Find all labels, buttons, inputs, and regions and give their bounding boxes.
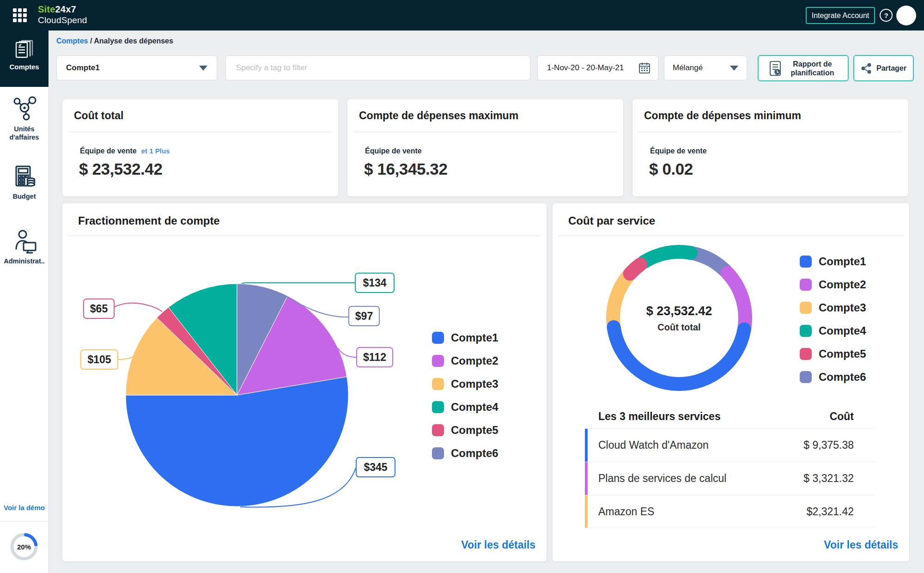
legend-swatch	[432, 424, 444, 436]
stat-label: Équipe de venteet 1 Plus	[80, 147, 170, 155]
legend-item-compte5[interactable]: Compte5	[432, 424, 498, 436]
tag-filter-input[interactable]	[226, 56, 530, 80]
pie-details-link[interactable]: Voir les détails	[461, 539, 535, 551]
share-label: Partager	[876, 64, 906, 73]
sidebar-item-unites-affaires[interactable]: Unités d'affaires	[0, 95, 49, 141]
service-row[interactable]: Cloud Watch d'Amazon$ 9,375.38	[585, 428, 875, 462]
pie-slice-compte1[interactable]	[126, 377, 348, 506]
administration-icon	[11, 228, 38, 254]
stat-title: Compte de dépenses minimum	[644, 110, 801, 122]
date-range-picker[interactable]: 1-Nov-20 - 20-May-21	[537, 55, 658, 80]
progress-percent: 20%	[10, 532, 38, 561]
legend-swatch	[800, 325, 812, 337]
divider	[638, 132, 903, 132]
legend-swatch	[432, 401, 444, 413]
stat-team: Équipe de vente	[365, 147, 422, 155]
legend-item-compte3[interactable]: Compte3	[800, 302, 866, 314]
setup-progress-ring[interactable]: 20%	[10, 532, 38, 561]
pie-callout-line	[240, 283, 355, 285]
service-row[interactable]: Plans de services de calcul$ 3,321.32	[585, 462, 875, 495]
legend-item-compte6[interactable]: Compte6	[432, 447, 498, 459]
donut-segment-compte1[interactable]	[614, 327, 744, 384]
donut-details-link[interactable]: Voir les détails	[824, 539, 898, 551]
legend-item-compte4[interactable]: Compte4	[800, 325, 866, 337]
legend-item-compte4[interactable]: Compte4	[432, 401, 498, 413]
service-cost: $ 9,375.38	[803, 439, 854, 451]
donut-segment-compte5[interactable]	[630, 264, 640, 274]
donut-segment-compte4[interactable]	[644, 252, 691, 262]
legend-swatch	[432, 378, 444, 390]
legend-label: Compte4	[819, 324, 866, 337]
service-row[interactable]: Amazon ES$2,321.42	[585, 495, 875, 528]
divider	[68, 132, 333, 132]
legend-label: Compte4	[451, 401, 498, 414]
pie-value-label-compte1: $345	[356, 457, 395, 477]
calendar-icon	[638, 62, 650, 74]
legend-swatch	[800, 371, 812, 383]
legend-label: Compte6	[451, 447, 498, 460]
stat-value: $ 16,345.32	[364, 160, 448, 178]
brand-24x7: 24x7	[55, 4, 76, 14]
top-services-table: Les 3 meilleurs services Coût Cloud Watc…	[585, 410, 875, 528]
sidebar-divider	[0, 521, 49, 522]
services-col-name: Les 3 meilleurs services	[598, 410, 721, 423]
sidebar-item-comptes[interactable]: Comptes	[0, 30, 49, 87]
integrate-account-button[interactable]: Integrate Account	[806, 7, 875, 24]
legend-swatch	[432, 355, 444, 367]
legend-item-compte5[interactable]: Compte5	[800, 348, 866, 360]
share-icon	[861, 63, 872, 74]
sidebar-label: Administrat..	[0, 257, 49, 265]
view-mode-select[interactable]: Mélangé	[664, 55, 747, 80]
legend-swatch	[432, 447, 444, 459]
help-icon[interactable]: ?	[880, 9, 893, 22]
top-navbar: Site24x7 CloudSpend Integrate Account ?	[0, 0, 924, 30]
share-button[interactable]: Partager	[853, 55, 914, 81]
pie-callout-line	[118, 357, 133, 360]
report-clock-icon	[768, 61, 782, 76]
account-select[interactable]: Compte1	[56, 55, 217, 80]
legend-label: Compte5	[451, 424, 498, 437]
chevron-down-icon	[730, 66, 738, 71]
app-grid-icon[interactable]	[13, 8, 27, 22]
stat-card-max-spend: Compte de dépenses maximum Équipe de ven…	[347, 99, 623, 196]
legend-item-compte1[interactable]: Compte1	[800, 256, 866, 268]
view-demo-link[interactable]: Voir la démo	[0, 504, 49, 512]
legend-item-compte2[interactable]: Compte2	[432, 355, 498, 367]
legend-item-compte6[interactable]: Compte6	[800, 371, 866, 383]
service-name: Amazon ES	[598, 506, 654, 518]
top-services-header: Les 3 meilleurs services Coût	[585, 410, 875, 423]
donut-total-label: Coût total	[605, 322, 753, 333]
breadcrumb-current: Analyse des dépenses	[94, 37, 173, 45]
service-cost: $2,321.42	[807, 506, 854, 518]
legend-label: Compte5	[819, 347, 866, 360]
chevron-down-icon	[199, 66, 207, 71]
pie-value-label-compte3: $105	[80, 349, 118, 370]
documents-icon	[13, 38, 36, 60]
pie-value-label-compte5: $65	[83, 299, 115, 319]
service-color-bar	[585, 495, 588, 528]
budget-icon	[12, 164, 37, 189]
pie-callout-line	[115, 303, 162, 311]
stat-value: $ 0.02	[649, 160, 693, 178]
legend-item-compte3[interactable]: Compte3	[432, 378, 498, 390]
sidebar-item-budget[interactable]: Budget	[0, 164, 49, 201]
sidebar-label: Unités d'affaires	[0, 125, 49, 141]
avatar[interactable]	[896, 6, 916, 25]
schedule-report-label: Rapport de planification	[787, 60, 839, 77]
stat-more-link[interactable]: et 1 Plus	[141, 147, 170, 155]
services-col-cost: Coût	[830, 410, 854, 423]
legend-label: Compte1	[819, 255, 866, 268]
donut-total-value: $ 23,532.42	[605, 304, 753, 318]
legend-item-compte2[interactable]: Compte2	[800, 279, 866, 291]
sidebar: Comptes Unités d'affaires	[0, 30, 49, 573]
cost-by-service-card: Coût par service $ 23,532.42 Coût total …	[553, 203, 909, 561]
sidebar-label: Comptes	[0, 63, 49, 71]
legend-item-compte1[interactable]: Compte1	[432, 332, 498, 344]
stat-card-min-spend: Compte de dépenses minimum Équipe de ven…	[632, 99, 908, 196]
business-units-icon	[11, 95, 38, 122]
service-color-bar	[585, 462, 588, 495]
service-color-bar	[585, 429, 588, 462]
breadcrumb-comptes[interactable]: Comptes	[56, 37, 88, 45]
sidebar-item-administration[interactable]: Administrat..	[0, 228, 49, 265]
schedule-report-button[interactable]: Rapport de planification	[758, 55, 849, 81]
